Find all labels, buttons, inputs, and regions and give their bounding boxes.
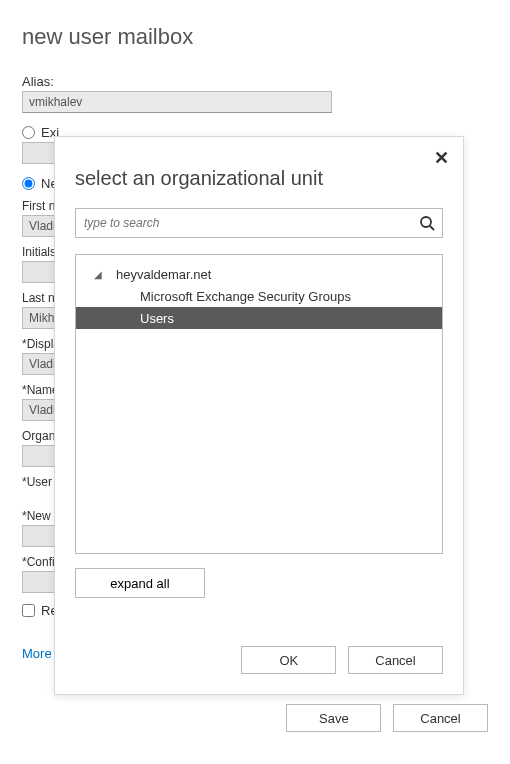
expand-all-button[interactable]: expand all [75, 568, 205, 598]
ok-button[interactable]: OK [241, 646, 336, 674]
select-ou-dialog: ✕ select an organizational unit ◢ heyval… [54, 136, 464, 695]
search-input[interactable] [75, 208, 443, 238]
alias-input[interactable] [22, 91, 332, 113]
dialog-footer: OK Cancel [55, 618, 463, 694]
tree-item-label: Microsoft Exchange Security Groups [140, 289, 351, 304]
search-box [75, 208, 443, 238]
tree-item-label: heyvaldemar.net [116, 267, 211, 282]
cancel-button[interactable]: Cancel [393, 704, 488, 732]
page-title: new user mailbox [0, 0, 510, 50]
dialog-title: select an organizational unit [55, 137, 463, 208]
tree-item-selected[interactable]: Users [76, 307, 442, 329]
page-footer-buttons: Save Cancel [278, 704, 488, 732]
collapse-icon[interactable]: ◢ [94, 269, 106, 280]
tree-root-item[interactable]: ◢ heyvaldemar.net [76, 263, 442, 285]
new-user-radio[interactable] [22, 177, 35, 190]
require-password-change-checkbox[interactable] [22, 604, 35, 617]
ou-tree: ◢ heyvaldemar.net Microsoft Exchange Sec… [75, 254, 443, 554]
existing-user-radio[interactable] [22, 126, 35, 139]
alias-label: Alias: [22, 74, 488, 89]
close-icon[interactable]: ✕ [434, 147, 449, 169]
dialog-cancel-button[interactable]: Cancel [348, 646, 443, 674]
save-button[interactable]: Save [286, 704, 381, 732]
tree-item[interactable]: Microsoft Exchange Security Groups [76, 285, 442, 307]
tree-item-label: Users [140, 311, 174, 326]
